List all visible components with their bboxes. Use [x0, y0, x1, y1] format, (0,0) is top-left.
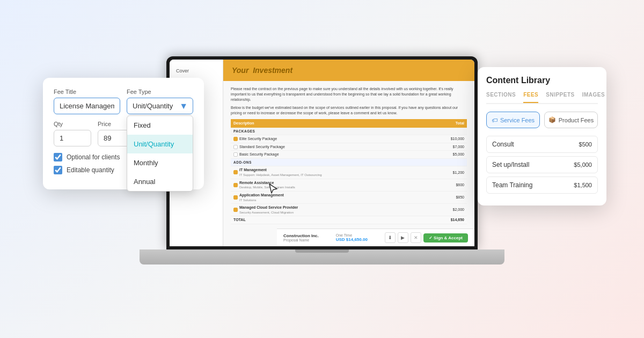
editable-checkbox[interactable]	[54, 166, 62, 174]
qty-label: Qty	[54, 121, 91, 127]
tab-images[interactable]: IMAGES	[582, 92, 605, 103]
fee-title-group: Fee Title	[54, 89, 120, 114]
tab-snippets[interactable]: SNIPPETS	[546, 92, 574, 103]
doc-body-text: Below is the budget we've estimated base…	[231, 105, 467, 116]
addon2-name: Remote Assistance	[239, 180, 295, 186]
dropdown-item-fixed[interactable]: Fixed	[127, 116, 193, 135]
footer-amount-value: USD $14,650.00	[336, 237, 368, 242]
addon1-name: IT Management	[239, 167, 322, 173]
addon3-price: $850	[427, 191, 467, 203]
tab-fees[interactable]: FEES	[523, 92, 538, 103]
fee-type-wrapper: ▼ Fixed Unit/Quantity Monthly Annual	[127, 98, 193, 114]
pkg1-name: Elite Security Package	[239, 136, 277, 142]
cl-item-setup: Set up/Install $5,000	[486, 156, 598, 173]
scene: Fee Title Fee Type ▼ Fixed Unit/Quantity…	[27, 13, 617, 325]
cl-item-setup-price: $5,000	[574, 161, 592, 168]
footer-company: Construction Inc.	[283, 233, 319, 238]
cl-items-list: Consult $500 Set up/Install $5,000 Team …	[486, 136, 598, 194]
product-fees-button[interactable]: 📦 Product Fees	[544, 112, 598, 128]
table-row: Application Management IT Solutions $850	[231, 191, 467, 203]
addon2-price: $600	[427, 179, 467, 191]
addon3-checkbox[interactable]	[233, 195, 238, 200]
doc-body: Please read the contract on the previous…	[223, 81, 474, 230]
sidebar-item-cover[interactable]: Cover	[174, 66, 218, 76]
table-row: Elite Security Package $10,000	[231, 135, 467, 143]
fee-type-label: Fee Type	[127, 89, 193, 95]
doc-footer: Construction Inc. Proposal Name One Time…	[277, 229, 474, 246]
pkg3-price: $5,000	[427, 151, 467, 159]
addons-section-label: ADD-ONS	[231, 159, 467, 166]
addon1-desc: IT Support: Helpdesk, Asset Management, …	[239, 173, 322, 177]
fee-type-group: Fee Type ▼ Fixed Unit/Quantity Monthly A…	[127, 89, 193, 114]
doc-main: Your Investment Please read the contract…	[223, 60, 474, 246]
cl-fee-buttons: 🏷 Service Fees 📦 Product Fees	[486, 112, 598, 128]
fee-type-input[interactable]	[127, 98, 193, 114]
cl-item-training: Team Training $1,500	[486, 177, 598, 194]
laptop-screen-inner: Cover Introduction About Us Your Investm…	[170, 60, 474, 246]
product-fees-icon: 📦	[548, 116, 556, 123]
table-row: Standard Security Package $7,000	[231, 143, 467, 151]
addon3-name: Application Management	[239, 193, 284, 198]
laptop-base	[140, 249, 504, 264]
addon4-price: $2,000	[427, 203, 467, 216]
sign-accept-button[interactable]: ✓ Sign & Accept	[423, 233, 468, 243]
table-total-row: TOTAL $14,650	[231, 216, 467, 224]
cl-item-setup-name: Set up/Install	[492, 161, 529, 168]
addon2-checkbox[interactable]	[233, 183, 238, 187]
content-library-panel: Content Library SECTIONS FEES SNIPPETS I…	[478, 67, 606, 205]
tab-sections[interactable]: SECTIONS	[486, 92, 516, 103]
fee-title-input[interactable]	[54, 98, 120, 114]
pkg2-checkbox[interactable]	[233, 145, 238, 149]
addon1-checkbox[interactable]	[233, 170, 238, 174]
qty-input[interactable]	[54, 130, 91, 146]
download-icon[interactable]: ⬇	[385, 232, 396, 243]
footer-proposal: Proposal Name	[283, 238, 319, 242]
close-icon[interactable]: ✕	[411, 232, 421, 243]
addon1-price: $1,200	[427, 166, 467, 179]
send-icon[interactable]: ▶	[398, 232, 408, 243]
table-row: IT Management IT Support: Helpdesk, Asse…	[231, 166, 467, 179]
pkg3-checkbox[interactable]	[233, 152, 238, 157]
total-value: $14,650	[427, 216, 467, 224]
dropdown-item-monthly[interactable]: Monthly	[127, 153, 193, 172]
doc-header-title: Your Investment	[232, 66, 466, 75]
table-row: Basic Security Package $5,000	[231, 151, 467, 159]
laptop-screen: Cover Introduction About Us Your Investm…	[166, 56, 478, 249]
footer-actions: ⬇ ▶ ✕ ✓ Sign & Accept	[385, 232, 468, 243]
doc-header-your: Your	[232, 66, 248, 75]
dropdown-item-annual[interactable]: Annual	[127, 172, 193, 191]
cl-item-consult: Consult $500	[486, 136, 598, 153]
service-fees-label: Service Fees	[500, 117, 535, 123]
addon2-desc: Desktop, Mobile, Safe Program Installs	[239, 185, 295, 189]
pkg1-checkbox[interactable]	[233, 137, 238, 141]
product-fees-label: Product Fees	[559, 117, 594, 123]
cl-item-consult-name: Consult	[492, 141, 514, 148]
total-label: TOTAL	[231, 216, 427, 224]
footer-onetime: One Time	[336, 233, 368, 237]
pkg2-price: $7,000	[427, 143, 467, 151]
service-fees-button[interactable]: 🏷 Service Fees	[486, 112, 540, 128]
content-library-tabs: SECTIONS FEES SNIPPETS IMAGES	[486, 92, 598, 104]
cl-item-training-name: Team Training	[492, 181, 532, 189]
fee-editor-panel: Fee Title Fee Type ▼ Fixed Unit/Quantity…	[43, 78, 204, 189]
qty-group: Qty	[54, 121, 91, 146]
doc-table: Description Total PACKAGES Eli	[231, 119, 467, 224]
addon3-desc: IT Solutions	[239, 198, 284, 202]
optional-label: Optional for clients	[67, 153, 120, 161]
fee-title-label: Fee Title	[54, 89, 120, 95]
addon4-name: Managed Cloud Service Provider	[239, 205, 298, 210]
dropdown-item-unit-quantity[interactable]: Unit/Quantity	[127, 135, 193, 153]
fee-type-dropdown: Fixed Unit/Quantity Monthly Annual	[127, 115, 193, 192]
pkg2-name: Standard Security Package	[239, 144, 285, 150]
content-library-title: Content Library	[486, 76, 598, 85]
packages-section-label: PACKAGES	[231, 128, 467, 135]
optional-checkbox[interactable]	[54, 153, 62, 161]
doc-header-investment: Investment	[253, 66, 292, 75]
table-row: Remote Assistance Desktop, Mobile, Safe …	[231, 179, 467, 191]
pkg1-price: $10,000	[427, 135, 467, 143]
editable-label: Editable quantity	[67, 166, 114, 174]
addon4-checkbox[interactable]	[233, 208, 238, 212]
cl-item-consult-price: $500	[579, 141, 592, 148]
document-container: Cover Introduction About Us Your Investm…	[170, 60, 474, 246]
doc-header: Your Investment	[223, 60, 474, 81]
